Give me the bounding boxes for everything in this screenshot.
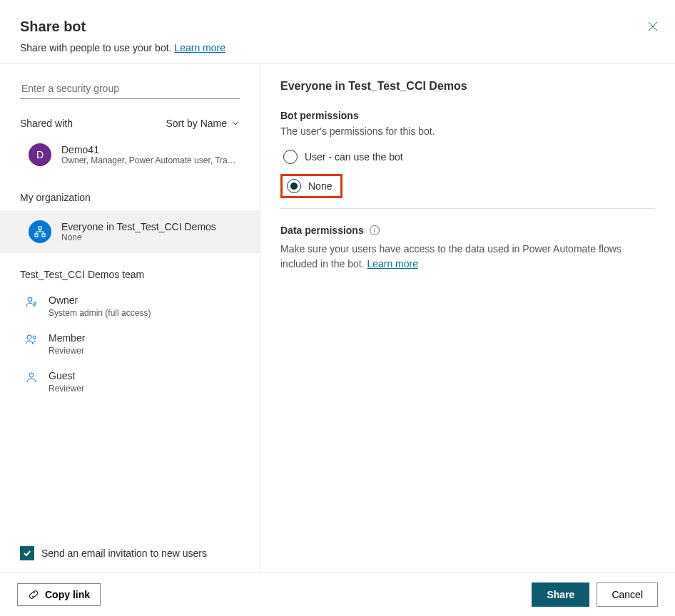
org-section-label: My organization (0, 176, 260, 210)
svg-point-5 (27, 335, 31, 339)
left-column: Shared with Sort by Name D Demo41 Owner,… (0, 64, 260, 572)
info-icon[interactable]: i (370, 225, 380, 235)
radio-label: None (308, 180, 332, 192)
shared-with-header: Shared with Sort by Name (0, 99, 260, 138)
svg-point-4 (34, 302, 36, 304)
svg-rect-1 (35, 234, 38, 237)
shared-user-row[interactable]: D Demo41 Owner, Manager, Power Automate … (0, 138, 260, 176)
radio-user[interactable]: User - can use the bot (280, 148, 655, 165)
security-group-input[interactable] (20, 78, 240, 99)
team-item-guest[interactable]: Guest Reviewer (0, 363, 260, 401)
left-scroll-area[interactable]: Shared with Sort by Name D Demo41 Owner,… (0, 64, 260, 535)
svg-point-6 (33, 336, 36, 339)
panel-header: Share bot Share with people to use your … (0, 0, 675, 63)
share-bot-panel: Share bot Share with people to use your … (0, 0, 675, 616)
svg-rect-2 (42, 234, 45, 237)
org-item-sub: None (61, 232, 216, 242)
radio-none-highlight: None (280, 174, 342, 198)
svg-point-7 (29, 373, 34, 377)
shared-with-label: Shared with (20, 118, 73, 129)
panel-title: Share bot (20, 19, 655, 35)
team-item-member[interactable]: Member Reviewer (0, 325, 260, 363)
search-row (0, 64, 260, 99)
footer-actions: Share Cancel (532, 582, 658, 607)
team-item-sub: System admin (full access) (49, 308, 151, 318)
chevron-down-icon (231, 119, 240, 128)
people-icon (26, 334, 37, 345)
user-name: Demo41 (61, 144, 240, 155)
team-section-label: Test_Test_CCI Demos team (0, 253, 260, 287)
org-item-name: Everyone in Test_Test_CCI Demos (61, 221, 216, 232)
panel-footer: Copy link Share Cancel (0, 572, 675, 616)
svg-rect-0 (39, 227, 41, 230)
team-item-sub: Reviewer (49, 346, 85, 356)
team-item-label: Owner (49, 294, 151, 306)
data-learn-more-link[interactable]: Learn more (367, 258, 418, 270)
person-icon (26, 371, 37, 383)
team-item-sub: Reviewer (49, 384, 84, 394)
svg-point-3 (28, 297, 32, 302)
left-footer: Send an email invitation to new users (0, 535, 260, 572)
radio-label: User - can use the bot (305, 151, 403, 163)
owner-icon (24, 294, 39, 307)
member-icon (24, 332, 39, 345)
learn-more-link[interactable]: Learn more (174, 42, 225, 53)
close-button[interactable] (648, 21, 658, 31)
detail-title: Everyone in Test_Test_CCI Demos (280, 80, 655, 93)
share-button[interactable]: Share (532, 582, 589, 607)
org-icon (29, 220, 51, 243)
panel-body: Shared with Sort by Name D Demo41 Owner,… (0, 63, 675, 572)
team-item-label: Guest (49, 370, 84, 381)
bot-permissions-desc: The user's permissions for this bot. (280, 125, 655, 137)
panel-subtitle: Share with people to use your bot. Learn… (20, 42, 655, 53)
team-item-owner[interactable]: Owner System admin (full access) (0, 287, 260, 325)
radio-icon (283, 150, 298, 164)
cancel-button[interactable]: Cancel (597, 582, 658, 607)
person-key-icon (26, 296, 37, 307)
email-invitation-checkbox[interactable]: Send an email invitation to new users (20, 546, 240, 560)
divider (280, 208, 655, 209)
radio-none[interactable]: None (287, 179, 332, 193)
guest-icon (24, 370, 39, 383)
team-item-label: Member (49, 332, 85, 344)
link-icon (28, 589, 39, 600)
data-permissions-heading-row: Data permissions i (280, 225, 655, 236)
org-chart-icon (34, 226, 46, 237)
user-role: Owner, Manager, Power Automate user, Tra… (61, 155, 240, 165)
data-permissions-heading: Data permissions (280, 225, 364, 236)
org-item-everyone[interactable]: Everyone in Test_Test_CCI Demos None (0, 210, 260, 253)
data-permissions-desc: Make sure your users have access to the … (280, 242, 655, 272)
right-column: Everyone in Test_Test_CCI Demos Bot perm… (260, 64, 675, 572)
bot-permissions-heading: Bot permissions (280, 110, 655, 121)
avatar: D (29, 143, 51, 166)
close-icon (648, 21, 658, 31)
checkbox-label: Send an email invitation to new users (41, 548, 207, 559)
copy-link-button[interactable]: Copy link (17, 583, 101, 606)
sort-dropdown[interactable]: Sort by Name (166, 118, 240, 129)
radio-checked-icon (287, 179, 301, 193)
checkbox-checked-icon (20, 546, 34, 560)
